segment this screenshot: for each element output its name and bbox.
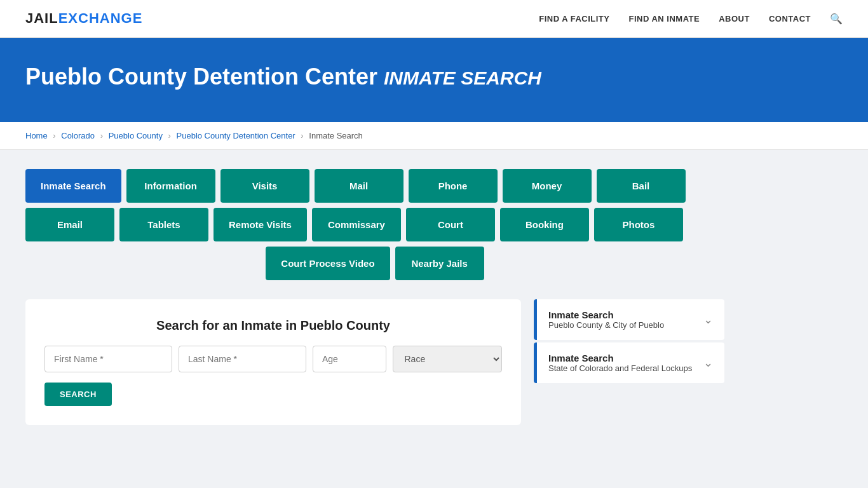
sidebar-card-1: Inmate Search State of Colorado and Fede… — [534, 342, 724, 383]
search-panel-title: Search for an Inmate in Pueblo County — [44, 318, 502, 333]
logo-exchange: EXCHANGE — [58, 10, 143, 26]
nav-btn-information[interactable]: Information — [126, 169, 215, 203]
header-search-button[interactable]: 🔍 — [830, 13, 843, 25]
page-title: Pueblo County Detention Center INMATE SE… — [25, 64, 843, 90]
sidebar-card-top-0: Inmate Search — [548, 309, 664, 320]
sidebar: Inmate Search Pueblo County & City of Pu… — [534, 299, 724, 386]
sidebar-card-sub-1: State of Colorado and Federal Lockups — [548, 363, 692, 373]
nav-contact[interactable]: CONTACT — [769, 14, 811, 24]
nav-about[interactable]: ABOUT — [719, 14, 750, 24]
nav-btn-photos[interactable]: Photos — [594, 208, 683, 241]
site-logo[interactable]: JAILEXCHANGE — [25, 10, 142, 27]
inmate-search-panel: Search for an Inmate in Pueblo County Ra… — [25, 299, 521, 425]
nav-btn-mail[interactable]: Mail — [315, 169, 403, 203]
facility-nav-buttons: Inmate SearchInformationVisitsMailPhoneM… — [25, 169, 724, 280]
age-input[interactable] — [313, 346, 386, 372]
main-nav: FIND A FACILITY FIND AN INMATE ABOUT CON… — [539, 13, 843, 25]
hero-banner: Pueblo County Detention Center INMATE SE… — [0, 38, 868, 122]
sidebar-card-header-1[interactable]: Inmate Search State of Colorado and Fede… — [534, 342, 724, 383]
site-header: JAILEXCHANGE FIND A FACILITY FIND AN INM… — [0, 0, 868, 38]
nav-btn-bail[interactable]: Bail — [597, 169, 686, 203]
breadcrumb-colorado[interactable]: Colorado — [61, 131, 95, 140]
breadcrumb: Home › Colorado › Pueblo County › Pueblo… — [0, 122, 868, 150]
race-select[interactable]: RaceWhiteBlackHispanicAsianNative Americ… — [393, 346, 503, 372]
nav-btn-court-process-video[interactable]: Court Process Video — [266, 247, 390, 280]
nav-btn-commissary[interactable]: Commissary — [312, 208, 401, 241]
nav-btn-email[interactable]: Email — [25, 208, 114, 241]
nav-btn-phone[interactable]: Phone — [409, 169, 498, 203]
sidebar-card-top-1: Inmate Search — [548, 353, 692, 363]
nav-btn-visits[interactable]: Visits — [220, 169, 309, 203]
last-name-input[interactable] — [179, 346, 306, 372]
sidebar-card-header-0[interactable]: Inmate Search Pueblo County & City of Pu… — [534, 299, 724, 340]
logo-jail: JAIL — [25, 10, 58, 26]
nav-btn-remote-visits[interactable]: Remote Visits — [214, 208, 307, 241]
nav-find-facility[interactable]: FIND A FACILITY — [539, 14, 609, 24]
main-content: Inmate SearchInformationVisitsMailPhoneM… — [0, 150, 868, 444]
content-row: Search for an Inmate in Pueblo County Ra… — [25, 299, 724, 425]
sidebar-card-sub-0: Pueblo County & City of Pueblo — [548, 320, 664, 330]
nav-btn-nearby-jails[interactable]: Nearby Jails — [395, 247, 484, 280]
breadcrumb-home[interactable]: Home — [25, 131, 48, 140]
sidebar-card-0: Inmate Search Pueblo County & City of Pu… — [534, 299, 724, 340]
nav-btn-tablets[interactable]: Tablets — [119, 208, 208, 241]
breadcrumb-current: Inmate Search — [309, 131, 363, 140]
first-name-input[interactable] — [44, 346, 172, 372]
chevron-down-icon: ⌄ — [703, 356, 713, 370]
breadcrumb-pueblo-county[interactable]: Pueblo County — [109, 131, 163, 140]
nav-btn-booking[interactable]: Booking — [500, 208, 589, 241]
breadcrumb-detention-center[interactable]: Pueblo County Detention Center — [177, 131, 295, 140]
search-button[interactable]: SEARCH — [44, 383, 112, 406]
nav-btn-money[interactable]: Money — [503, 169, 592, 203]
nav-btn-court[interactable]: Court — [406, 208, 495, 241]
search-fields: RaceWhiteBlackHispanicAsianNative Americ… — [44, 346, 502, 372]
chevron-down-icon: ⌄ — [703, 313, 713, 327]
nav-btn-inmate-search[interactable]: Inmate Search — [25, 169, 121, 203]
nav-find-inmate[interactable]: FIND AN INMATE — [628, 14, 700, 24]
